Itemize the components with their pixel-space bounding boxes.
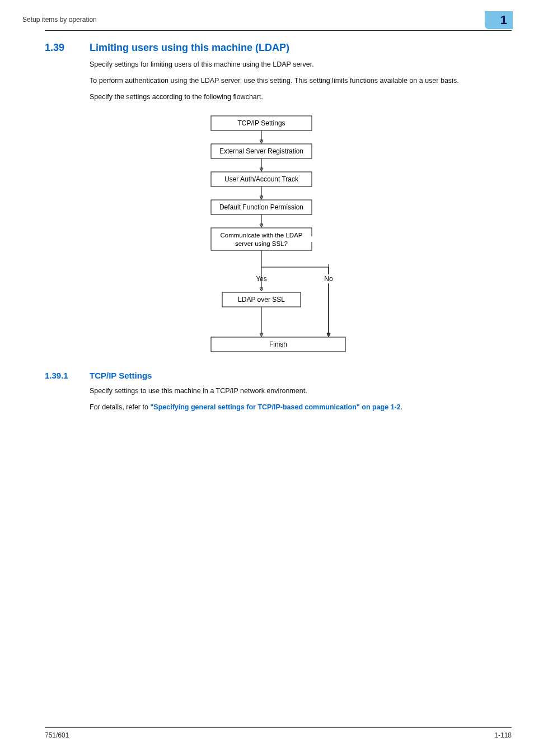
page-indicator: 1 bbox=[500, 13, 507, 27]
page-content: 1.39 Limiting users using this machine (… bbox=[0, 31, 534, 413]
flow-label-yes: Yes bbox=[256, 275, 267, 283]
subsection-header: 1.39.1 TCP/IP Settings bbox=[45, 371, 512, 380]
page-header: Setup items by operation 1 bbox=[0, 11, 534, 28]
subsection-paragraph-2: For details, refer to "Specifying genera… bbox=[90, 402, 512, 413]
section-paragraph-2: To perform authentication using the LDAP… bbox=[90, 76, 512, 86]
flow-box-default-permission: Default Function Permission bbox=[219, 203, 303, 211]
footer-right: 1-118 bbox=[494, 731, 512, 739]
header-breadcrumb: Setup items by operation bbox=[22, 16, 102, 24]
section-paragraph-3: Specify the settings according to the fo… bbox=[90, 92, 512, 102]
flow-box-tcpip: TCP/IP Settings bbox=[237, 119, 285, 127]
p2-suffix: . bbox=[401, 403, 402, 411]
flow-box-external-server: External Server Registration bbox=[219, 147, 303, 155]
flow-box-ssl-question-l1: Communicate with the LDAP bbox=[220, 232, 302, 239]
svg-rect-8 bbox=[211, 228, 312, 250]
cross-reference-link[interactable]: "Specifying general settings for TCP/IP-… bbox=[150, 403, 400, 411]
flowchart: TCP/IP Settings External Server Registra… bbox=[177, 113, 379, 354]
subsection-number: 1.39.1 bbox=[45, 371, 90, 380]
flow-box-user-auth: User Auth/Account Track bbox=[224, 175, 299, 183]
flow-box-ldap-ssl: LDAP over SSL bbox=[238, 296, 285, 304]
flow-box-ssl-question-l2: server using SSL? bbox=[235, 240, 288, 247]
flow-box-finish: Finish bbox=[269, 340, 287, 348]
subsection-paragraph-1: Specify settings to use this machine in … bbox=[90, 386, 512, 396]
svg-text:No: No bbox=[324, 275, 333, 283]
page-footer: 751/601 1-118 bbox=[45, 727, 512, 739]
footer-left: 751/601 bbox=[45, 731, 69, 739]
section-paragraph-1: Specify settings for limiting users of t… bbox=[90, 59, 512, 70]
section-number: 1.39 bbox=[45, 42, 90, 54]
page-number-badge: 1 bbox=[485, 11, 512, 28]
svg-rect-18 bbox=[311, 236, 334, 242]
subsection-title: TCP/IP Settings bbox=[90, 371, 152, 380]
svg-rect-19 bbox=[327, 236, 330, 264]
p2-prefix: For details, refer to bbox=[90, 403, 150, 411]
section-title: Limiting users using this machine (LDAP) bbox=[90, 42, 289, 54]
section-header: 1.39 Limiting users using this machine (… bbox=[45, 42, 512, 54]
